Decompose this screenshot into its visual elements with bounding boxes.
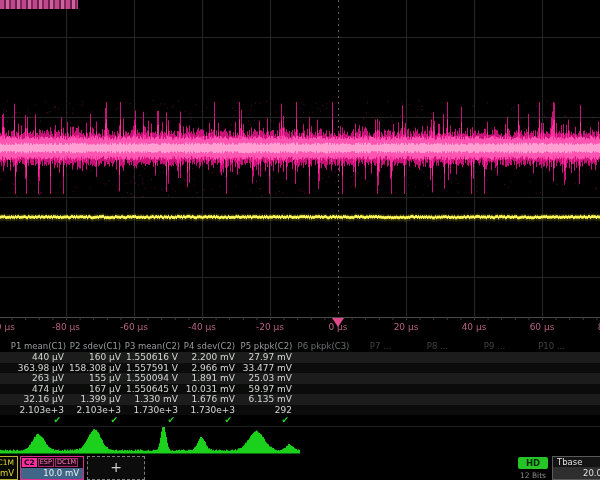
measure-value-cell: 2.103e+3	[10, 405, 67, 416]
measure-header-P1[interactable]: P1 mean(C1)	[10, 340, 67, 352]
measure-value-cell	[466, 384, 523, 395]
measure-value-cell: 263 µV	[10, 373, 67, 384]
measure-value-cell: 6.135 mV	[238, 394, 295, 405]
channel-descriptor-bar: DC1M 50.0 mV C2 ESP DC1M 10.0 mV + HD 12…	[0, 455, 600, 480]
c2-scale-value: 10.0 mV	[21, 468, 83, 479]
measure-value-cell	[409, 405, 466, 416]
waveform-display-area[interactable]	[0, 0, 600, 318]
channel-c1-descriptor[interactable]: DC1M 50.0 mV	[0, 456, 18, 480]
axis-tick-label: 60 µs	[530, 322, 555, 332]
measure-value-cell	[466, 405, 523, 416]
time-axis: -100 µs-80 µs-60 µs-40 µs-20 µs0 µs20 µs…	[0, 318, 600, 339]
measure-header-P8[interactable]: P8 ...	[409, 340, 466, 352]
measure-value-cell: 59.97 mV	[238, 384, 295, 395]
measure-row: 363.98 µV158.308 µV1.557591 V2.966 mV33.…	[0, 363, 600, 374]
measure-value-cell: 1.557591 V	[124, 363, 181, 374]
c2-flag-esp: ESP	[38, 458, 54, 467]
add-trace-button[interactable]: +	[87, 456, 145, 480]
measure-value-cell: 32.16 µV	[10, 394, 67, 405]
measure-value-cell	[409, 363, 466, 374]
measure-value-cell: 1.891 mV	[181, 373, 238, 384]
measure-value-cell: 1.550645 V	[124, 384, 181, 395]
measure-row: 474 µV167 µV1.550645 V10.031 mV59.97 mV	[0, 384, 600, 395]
c1-coupling-label: DC1M	[0, 457, 17, 467]
measure-status-cell: ✔	[67, 415, 124, 426]
measure-value-cell: 155 µV	[67, 373, 124, 384]
measure-value-cell	[352, 352, 409, 363]
measure-value-cell: 1.676 mV	[181, 394, 238, 405]
measure-value-cell: 10.031 mV	[181, 384, 238, 395]
measure-value-cell	[352, 394, 409, 405]
measure-value-cell	[523, 352, 580, 363]
hd-bits-label: 12 Bits	[515, 471, 551, 480]
measure-value-cell: 292	[238, 405, 295, 416]
measure-value-cell	[295, 405, 352, 416]
measure-row: 440 µV160 µV1.550616 V2.200 mV27.97 mV	[0, 352, 600, 363]
measure-header-P4[interactable]: P4 sdev(C2)	[181, 340, 238, 352]
c1-scale-value: 50.0 mV	[0, 467, 17, 479]
measure-value-cell: 1.399 µV	[67, 394, 124, 405]
measure-status-row: ✔✔✔✔✔	[0, 415, 600, 426]
measure-value-cell: 1.330 mV	[124, 394, 181, 405]
measure-header-P6[interactable]: P6 pkpk(C3)	[295, 340, 352, 352]
axis-tick-label: 20 µs	[394, 322, 419, 332]
measure-value-cell: 27.97 mV	[238, 352, 295, 363]
measure-value-cell	[352, 405, 409, 416]
measure-value-cell	[295, 373, 352, 384]
measure-value-cell: 25.03 mV	[238, 373, 295, 384]
measure-value-cell: 158.308 µV	[67, 363, 124, 374]
measure-body: 440 µV160 µV1.550616 V2.200 mV27.97 mV36…	[0, 352, 600, 415]
measure-value-cell: 2.966 mV	[181, 363, 238, 374]
measure-value-cell	[409, 394, 466, 405]
measure-value-cell	[523, 373, 580, 384]
axis-tick-label: -100 µs	[0, 322, 15, 332]
measure-header-P10[interactable]: P10 ...	[523, 340, 580, 352]
measure-value-cell: 167 µV	[67, 384, 124, 395]
measure-header-P2[interactable]: P2 sdev(C1)	[67, 340, 124, 352]
measure-value-cell	[466, 363, 523, 374]
measure-value-cell: 160 µV	[67, 352, 124, 363]
axis-tick-label: 0 µs	[328, 322, 347, 332]
measure-value-cell	[523, 394, 580, 405]
measure-value-cell	[523, 384, 580, 395]
c2-flag-coupling: DC1M	[55, 458, 78, 467]
measure-value-cell: 33.477 mV	[238, 363, 295, 374]
measure-value-cell: 2.103e+3	[67, 405, 124, 416]
measure-value-cell	[466, 352, 523, 363]
measure-value-cell	[352, 373, 409, 384]
measure-value-cell: 2.200 mV	[181, 352, 238, 363]
measure-status-cell: ✔	[181, 415, 238, 426]
measure-value-cell: 1.550094 V	[124, 373, 181, 384]
measure-row: 32.16 µV1.399 µV1.330 mV1.676 mV6.135 mV	[0, 394, 600, 405]
measure-header-P3[interactable]: P3 mean(C2)	[124, 340, 181, 352]
measure-value-cell: 1.730e+3	[181, 405, 238, 416]
measure-value-cell	[409, 352, 466, 363]
measure-status-cell	[295, 415, 352, 426]
measure-value-cell	[295, 394, 352, 405]
measure-row: 2.103e+32.103e+31.730e+31.730e+3292	[0, 405, 600, 416]
timebase-value: 20.0 µs	[553, 467, 600, 479]
timebase-descriptor[interactable]: Tbase 20.0 µs	[552, 456, 600, 480]
clipped-top-label-fragment	[0, 0, 78, 9]
channel-c2-descriptor[interactable]: C2 ESP DC1M 10.0 mV	[20, 456, 84, 480]
axis-tick-label: 40 µs	[462, 322, 487, 332]
measure-value-cell	[523, 405, 580, 416]
hd-mode-badge: HD	[518, 457, 548, 469]
axis-tick-label: -20 µs	[256, 322, 284, 332]
measure-value-cell	[295, 352, 352, 363]
measure-value-cell	[352, 363, 409, 374]
axis-tick-label: -40 µs	[188, 322, 216, 332]
measure-value-cell	[409, 373, 466, 384]
measure-value-cell	[466, 373, 523, 384]
measure-value-cell: 1.730e+3	[124, 405, 181, 416]
measure-status-cell	[466, 415, 523, 426]
measure-value-cell	[409, 384, 466, 395]
measure-header-P5[interactable]: P5 pkpk(C2)	[238, 340, 295, 352]
measure-value-cell	[352, 384, 409, 395]
measure-value-cell: 474 µV	[10, 384, 67, 395]
measure-header-P9[interactable]: P9 ...	[466, 340, 523, 352]
measure-value-cell	[295, 363, 352, 374]
axis-tick-label: -60 µs	[120, 322, 148, 332]
measure-header-P7[interactable]: P7 ...	[352, 340, 409, 352]
measure-status-cell	[409, 415, 466, 426]
